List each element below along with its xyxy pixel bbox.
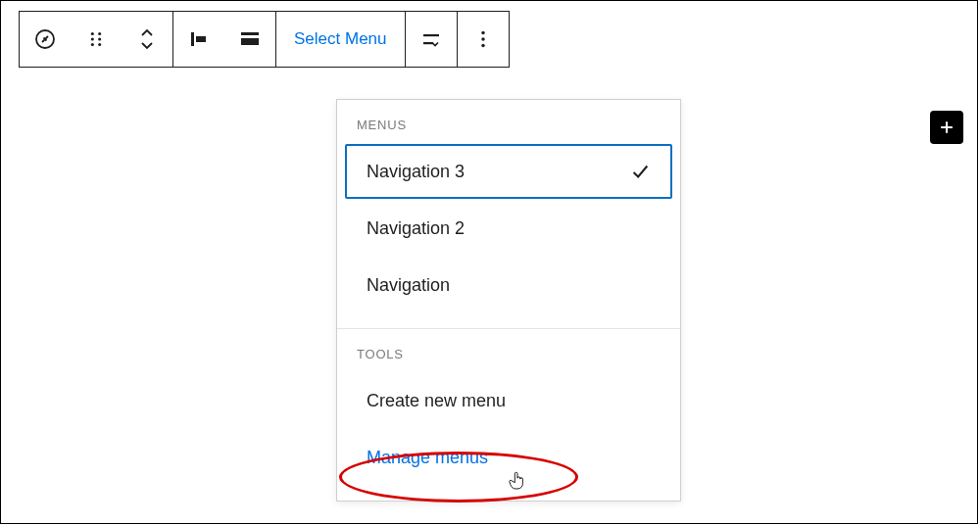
select-menu-dropdown: MENUS Navigation 3 Navigation 2 Navigati…: [336, 99, 681, 502]
menu-option-navigation-2[interactable]: Navigation 2: [345, 201, 672, 256]
svg-point-14: [481, 37, 484, 40]
svg-point-3: [91, 37, 94, 40]
select-menu-label: Select Menu: [294, 29, 387, 49]
svg-rect-10: [241, 38, 259, 45]
compass-icon[interactable]: [20, 12, 71, 67]
menu-option-label: Navigation 3: [367, 162, 465, 182]
move-updown-icon[interactable]: [122, 12, 172, 67]
align-left-icon[interactable]: [173, 12, 224, 67]
menu-option-label: Navigation: [367, 275, 450, 296]
svg-point-5: [91, 43, 94, 46]
svg-rect-9: [241, 32, 259, 35]
svg-rect-11: [423, 34, 439, 36]
menus-section-title: MENUS: [337, 118, 680, 142]
menu-option-navigation-3[interactable]: Navigation 3: [345, 144, 672, 199]
menu-option-navigation[interactable]: Navigation: [345, 258, 672, 312]
svg-point-4: [98, 37, 101, 40]
svg-point-1: [91, 32, 94, 35]
select-menu-button[interactable]: Select Menu: [276, 12, 405, 67]
create-new-menu-button[interactable]: Create new menu: [345, 373, 672, 428]
svg-point-15: [481, 44, 484, 47]
svg-point-6: [98, 43, 101, 46]
svg-point-2: [98, 32, 101, 35]
more-options-icon[interactable]: [458, 12, 509, 67]
tools-section-title: TOOLS: [337, 347, 680, 371]
overflow-settings-icon[interactable]: [406, 12, 457, 67]
svg-point-13: [481, 31, 484, 34]
block-toolbar: Select Menu: [19, 11, 510, 68]
svg-rect-8: [196, 36, 206, 42]
tool-option-label: Manage menus: [367, 448, 488, 468]
add-block-button[interactable]: [930, 111, 963, 144]
svg-rect-7: [191, 32, 194, 46]
check-icon: [629, 161, 651, 182]
menu-option-label: Navigation 2: [367, 218, 465, 239]
manage-menus-link[interactable]: Manage menus: [345, 430, 672, 485]
drag-handle-icon[interactable]: [71, 12, 122, 67]
justify-button[interactable]: [224, 12, 275, 67]
tool-option-label: Create new menu: [367, 391, 506, 411]
